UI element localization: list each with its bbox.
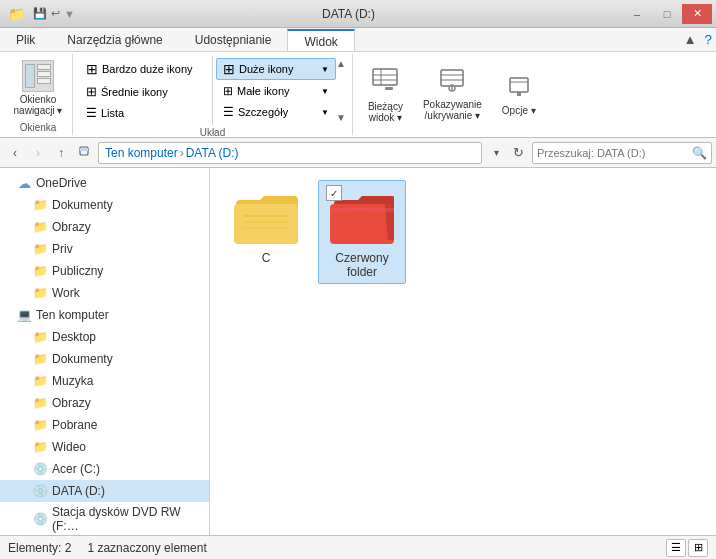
opcje-button[interactable]: Opcje ▾: [493, 67, 545, 121]
lista-icon: ☰: [86, 106, 97, 120]
sidebar-item-stacja-dvd[interactable]: 💿 Stacja dysków DVD RW (F:…: [0, 502, 209, 535]
svg-rect-14: [80, 148, 88, 151]
sidebar-item-data-d[interactable]: 💿 DATA (D:): [0, 480, 209, 502]
sidebar-item-acer-label: Acer (C:): [52, 462, 100, 476]
tab-udostepnianie[interactable]: Udostępnianie: [179, 28, 288, 51]
ribbon-section-right: Bieżącywidok ▾ Pokazywanie/ukrywanie ▾: [353, 54, 551, 135]
help-button[interactable]: ?: [701, 28, 716, 51]
sidebar-item-onedrive-label: OneDrive: [36, 176, 87, 190]
maximize-button[interactable]: □: [652, 4, 682, 24]
male-ikony-button[interactable]: ⊞ Małe ikony ▼: [216, 81, 336, 101]
file-item-czerwony[interactable]: ✓ Czerwony folder: [318, 180, 406, 284]
duze-drop-arrow: ▼: [321, 65, 329, 74]
check-mark: ✓: [326, 185, 342, 201]
view-details-button[interactable]: ☰: [666, 539, 686, 557]
lista-button[interactable]: ☰ Lista: [79, 103, 209, 123]
up-button[interactable]: ↑: [50, 142, 72, 164]
folder-icon-pobrane: 📁: [32, 417, 48, 433]
sidebar-item-dokumenty-cloud[interactable]: 📁 Dokumenty: [0, 194, 209, 216]
folder-icon-desktop: 📁: [32, 329, 48, 345]
sidebar-item-dokumenty-pc[interactable]: 📁 Dokumenty: [0, 348, 209, 370]
svg-rect-10: [510, 78, 528, 92]
srednie-ikony-button[interactable]: ⊞ Średnie ikony: [79, 81, 209, 102]
nav-arrows: ‹ › ↑: [4, 142, 95, 164]
folder-icon-publiczny: 📁: [32, 263, 48, 279]
cloud-icon: ☁: [16, 175, 32, 191]
folder-icon-c: [230, 185, 302, 249]
szczegoly-button[interactable]: ☰ Szczegóły ▼: [216, 102, 336, 122]
ribbon-section-content: Okienkonawigacji ▾: [10, 56, 66, 120]
folder-icon-czerwony: ✓: [326, 185, 398, 249]
path-sep1: ›: [180, 146, 184, 160]
file-czerwony-name: Czerwony folder: [323, 251, 401, 279]
duze-ikony-button[interactable]: ⊞ Duże ikony ▼: [216, 58, 336, 80]
main-content: ☁ OneDrive 📁 Dokumenty 📁 Obrazy 📁 Priv 📁…: [0, 168, 716, 535]
path-tencomputer[interactable]: Ten komputer: [105, 146, 178, 160]
dvd-icon: 💿: [32, 511, 48, 527]
path-datad[interactable]: DATA (D:): [186, 146, 239, 160]
sidebar-item-muzyka-label: Muzyka: [52, 374, 93, 388]
duze-icon: ⊞: [223, 61, 235, 77]
uklad-label: Układ: [79, 125, 346, 138]
folder-icon-muzyka: 📁: [32, 373, 48, 389]
sidebar-item-pobrane-label: Pobrane: [52, 418, 97, 432]
tab-narzedzia[interactable]: Narzędzia główne: [51, 28, 178, 51]
search-box: 🔍: [532, 142, 712, 164]
search-input[interactable]: [537, 147, 692, 159]
address-path[interactable]: Ten komputer › DATA (D:): [98, 142, 482, 164]
sidebar-item-obrazy-cloud-label: Obrazy: [52, 220, 91, 234]
title-bar: 📁 💾 ↩ ▼ DATA (D:) – □ ✕: [0, 0, 716, 28]
back-button[interactable]: ‹: [4, 142, 26, 164]
biezacy-widok-label: Bieżącywidok ▾: [368, 101, 403, 123]
pokazywanie-button[interactable]: Pokazywanie/ukrywanie ▾: [414, 61, 491, 126]
folder-icon-dokumenty-cloud: 📁: [32, 197, 48, 213]
sidebar-item-priv-label: Priv: [52, 242, 73, 256]
sidebar-item-obrazy-cloud[interactable]: 📁 Obrazy: [0, 216, 209, 238]
ribbon-collapse-button[interactable]: ▲: [679, 28, 700, 51]
svg-rect-0: [373, 69, 397, 85]
tab-plik[interactable]: Plik: [0, 28, 51, 51]
pokazywanie-label: Pokazywanie/ukrywanie ▾: [423, 99, 482, 121]
okienko-nawigacji-button[interactable]: Okienkonawigacji ▾: [10, 57, 66, 119]
sidebar-item-muzyka[interactable]: 📁 Muzyka: [0, 370, 209, 392]
dropdown-address-button[interactable]: ▾: [485, 142, 507, 164]
szczegoly-icon: ☰: [223, 105, 234, 119]
forward-button[interactable]: ›: [27, 142, 49, 164]
sidebar-item-work[interactable]: 📁 Work: [0, 282, 209, 304]
sidebar-item-pobrane[interactable]: 📁 Pobrane: [0, 414, 209, 436]
sidebar-item-desktop[interactable]: 📁 Desktop: [0, 326, 209, 348]
folder-icon-work: 📁: [32, 285, 48, 301]
biezacy-widok-button[interactable]: Bieżącywidok ▾: [359, 60, 412, 128]
scroll-down-icon[interactable]: ▼: [336, 112, 346, 123]
recent-button[interactable]: [73, 142, 95, 164]
view-large-button[interactable]: ⊞: [688, 539, 708, 557]
scroll-up-icon[interactable]: ▲: [336, 58, 346, 69]
bardzo-duze-icon: ⊞: [86, 61, 98, 77]
male-icon: ⊞: [223, 84, 233, 98]
status-bar: Elementy: 2 1 zaznaczony element ☰ ⊞: [0, 535, 716, 559]
sidebar-item-wideo-label: Wideo: [52, 440, 86, 454]
lista-label: Lista: [101, 107, 124, 119]
sidebar-item-ten-komputer[interactable]: 💻 Ten komputer: [0, 304, 209, 326]
szczegoly-drop-arrow: ▼: [321, 108, 329, 117]
folder-icon-obrazy-cloud: 📁: [32, 219, 48, 235]
sidebar-item-obrazy-pc[interactable]: 📁 Obrazy: [0, 392, 209, 414]
sidebar-item-publiczny[interactable]: 📁 Publiczny: [0, 260, 209, 282]
sidebar-item-onedrive[interactable]: ☁ OneDrive: [0, 172, 209, 194]
title-bar-controls: – □ ✕: [622, 4, 712, 24]
sidebar-item-acer-c[interactable]: 💿 Acer (C:): [0, 458, 209, 480]
bardzo-duze-ikony-button[interactable]: ⊞ Bardzo duże ikony: [79, 58, 209, 80]
tab-widok[interactable]: Widok: [287, 29, 354, 51]
ribbon-section-okienka: Okienkonawigacji ▾ Okienka: [4, 54, 73, 135]
duze-label: Duże ikony: [239, 63, 293, 75]
status-view-toggles: ☰ ⊞: [666, 539, 708, 557]
file-item-c[interactable]: C: [222, 180, 310, 284]
sidebar-item-priv[interactable]: 📁 Priv: [0, 238, 209, 260]
close-button[interactable]: ✕: [682, 4, 712, 24]
minimize-button[interactable]: –: [622, 4, 652, 24]
bardzo-duze-label: Bardzo duże ikony: [102, 63, 193, 75]
refresh-button[interactable]: ↻: [507, 142, 529, 164]
sidebar-item-publiczny-label: Publiczny: [52, 264, 103, 278]
sidebar-item-wideo[interactable]: 📁 Wideo: [0, 436, 209, 458]
address-bar: ‹ › ↑ Ten komputer › DATA (D:) ▾ ↻ 🔍: [0, 138, 716, 168]
